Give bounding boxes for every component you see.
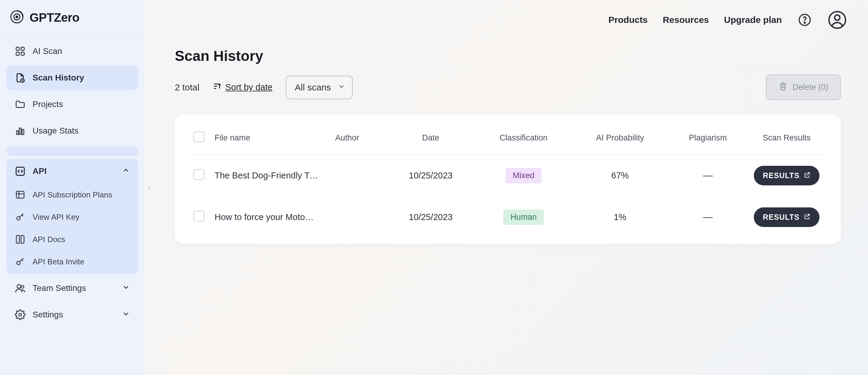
results-button[interactable]: RESULTS [754,208,819,227]
sidebar-item-label: Settings [33,310,63,319]
th-ai-probability: AI Probability [572,127,668,155]
svg-point-19 [804,22,805,23]
sidebar-item-label: API Beta Invite [33,257,84,267]
document-clock-icon [14,72,26,84]
th-classification: Classification [475,127,572,155]
sidebar-item-usage-stats[interactable]: Usage Stats [7,119,138,143]
th-plagiarism: Plagiarism [669,127,747,155]
target-icon [10,10,24,25]
sidebar-item-api[interactable]: API [7,159,138,184]
sidebar-item-team-settings[interactable]: Team Settings [7,276,138,301]
cell-file-name[interactable]: How to force your Moto… [211,196,332,238]
cell-ai-probability: 67% [572,155,668,196]
sidebar-item-ai-scan[interactable]: AI Scan [7,39,138,64]
th-author: Author [332,127,386,155]
sidebar-item-scan-history[interactable]: Scan History [7,65,138,90]
th-scan-results: Scan Results [747,127,826,155]
cell-plagiarism: –– [669,155,747,196]
key-icon [14,211,26,223]
sidebar-nav: AI Scan Scan History Projects Usage Stat… [0,35,145,327]
delete-button[interactable]: Delete (0) [766,74,841,100]
cell-file-name[interactable]: The Best Dog-Friendly T… [211,155,332,196]
scans-card: File name Author Date Classification AI … [175,115,841,244]
sidebar-item-label: Usage Stats [33,126,79,136]
api-submenu: API Subscription Plans View API Key API … [7,184,138,274]
results-label: RESULTS [763,171,800,180]
cell-author [332,196,386,238]
delete-label: Delete (0) [792,83,828,92]
sidebar-item-label: AI Scan [33,46,62,56]
svg-rect-8 [17,131,19,134]
sidebar-item-label: API [33,166,47,176]
help-button[interactable] [797,12,812,28]
svg-point-15 [17,285,21,288]
cell-author [332,155,386,196]
external-link-icon [804,171,810,180]
results-button[interactable]: RESULTS [754,166,819,185]
sidebar-collapse-handle[interactable] [145,174,154,201]
topnav-upgrade-plan[interactable]: Upgrade plan [724,15,782,25]
sidebar-item-label: View API Key [33,213,80,222]
row-checkbox[interactable] [193,169,204,180]
filter-selected-label: All scans [295,82,331,93]
main-content: Products Resources Upgrade plan Scan His… [145,0,868,375]
code-icon [14,165,26,177]
topnav-resources[interactable]: Resources [663,15,709,25]
sidebar-item-label: API Subscription Plans [33,190,112,199]
sidebar-item-api-docs[interactable]: API Docs [7,228,138,250]
select-all-checkbox[interactable] [193,131,204,142]
chevron-up-icon [122,166,130,177]
svg-rect-9 [19,128,21,134]
brand-logo[interactable]: GPTZero [0,0,145,35]
sidebar-item-projects[interactable]: Projects [7,92,138,117]
total-count: 2 total [175,82,199,93]
folder-icon [14,99,26,110]
sort-by-date-button[interactable]: Sort by date [213,82,273,93]
svg-point-16 [21,285,24,288]
brand-name: GPTZero [30,11,79,24]
table-icon [14,189,26,200]
external-link-icon [804,213,810,222]
topnav-products[interactable]: Products [609,15,648,25]
controls-row: 2 total Sort by date All scans [175,74,841,100]
table-row: The Best Dog-Friendly T…10/25/2023Mixed6… [190,155,826,196]
classification-chip: Mixed [505,168,541,183]
sort-label: Sort by date [225,82,273,92]
cell-ai-probability: 1% [572,196,668,238]
sidebar-item-label: Team Settings [33,283,86,293]
gear-icon [14,309,26,320]
th-date: Date [386,127,475,155]
sidebar-item-settings[interactable]: Settings [7,302,138,327]
sidebar-item-label: Projects [33,99,63,109]
sidebar: GPTZero AI Scan Scan History Projects [0,0,145,375]
sidebar-item-view-api-key[interactable]: View API Key [7,206,138,228]
scans-table: File name Author Date Classification AI … [190,127,826,238]
trash-icon [778,82,787,93]
topbar: Products Resources Upgrade plan [145,0,868,30]
th-file-name: File name [211,127,332,155]
chevron-down-icon [338,82,345,93]
sidebar-item-api-beta-invite[interactable]: API Beta Invite [7,250,138,273]
page-title: Scan History [175,48,841,64]
cell-date: 10/25/2023 [386,155,475,196]
nav-spacer [7,146,138,156]
svg-rect-4 [21,47,24,51]
key-icon [14,256,26,268]
sidebar-item-label: Scan History [33,73,84,83]
sidebar-item-api-subscription-plans[interactable]: API Subscription Plans [7,184,138,206]
chevron-down-icon [122,283,130,293]
filter-select[interactable]: All scans [286,76,352,99]
svg-rect-3 [16,47,20,51]
chevron-down-icon [122,310,130,320]
cell-classification: Mixed [475,155,572,196]
svg-rect-5 [16,52,20,56]
users-icon [14,282,26,294]
account-avatar[interactable] [828,10,847,30]
row-checkbox[interactable] [193,211,204,222]
svg-rect-6 [21,52,24,56]
grid-icon [14,45,26,57]
sidebar-item-label: API Docs [33,235,65,244]
book-icon [14,233,26,245]
results-label: RESULTS [763,213,800,222]
classification-chip: Human [503,210,544,225]
